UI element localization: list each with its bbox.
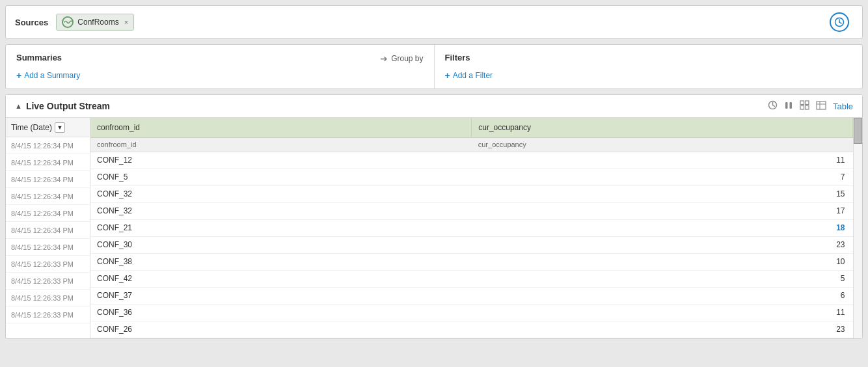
live-output-title-text: Live Output Stream: [26, 101, 110, 111]
col-header-confroom-id: confroom_id: [90, 118, 472, 137]
triangle-icon: ▲: [15, 102, 22, 110]
add-summary-label: Add a Summary: [24, 71, 80, 80]
scrollbar[interactable]: [853, 118, 862, 338]
time-cell: 8/4/15 12:26:34 PM: [6, 239, 90, 256]
cur-occupancy-cell: 6: [472, 287, 853, 304]
group-by-link[interactable]: ➜ Group by: [380, 53, 423, 64]
live-output-title: ▲ Live Output Stream: [15, 101, 110, 111]
clock-small-icon[interactable]: [768, 100, 778, 112]
confroom-id-cell: CONF_32: [90, 202, 472, 219]
header-actions: Table: [768, 100, 853, 112]
table-row: CONF_3810: [90, 253, 853, 270]
add-filter-label: Add a Filter: [453, 71, 493, 80]
time-dropdown[interactable]: ▼: [55, 122, 65, 133]
cur-occupancy-cell: 5: [472, 270, 853, 287]
svg-rect-12: [817, 102, 826, 109]
scroll-track[interactable]: [854, 118, 862, 338]
time-cell: 8/4/15 12:26:33 PM: [6, 290, 90, 306]
sub-col-confroom-id: confroom_id: [90, 137, 472, 152]
data-rows: CONF_1211CONF_57CONF_3215CONF_3217CONF_2…: [90, 152, 853, 338]
plus-icon-filter: +: [445, 70, 450, 81]
table-row: CONF_425: [90, 270, 853, 287]
clock-icon[interactable]: [830, 12, 849, 32]
source-tag-name: ConfRooms: [77, 18, 118, 27]
data-columns: confroom_id cur_occupancy confroom_id cu…: [90, 118, 853, 338]
summaries-panel: Summaries ➜ Group by + Add a Summary: [6, 45, 435, 88]
summary-filter-row: Summaries ➜ Group by + Add a Summary Fil…: [5, 44, 863, 89]
table-row: CONF_2118: [90, 219, 853, 236]
svg-rect-8: [800, 101, 804, 105]
time-column: Time (Date) ▼ 8/4/15 12:26:34 PM8/4/15 1…: [6, 118, 90, 338]
plus-icon: +: [16, 70, 21, 81]
filters-panel: Filters + Add a Filter: [435, 45, 863, 88]
table-row: CONF_3215: [90, 185, 853, 202]
svg-rect-6: [785, 102, 788, 109]
table-row: CONF_2623: [90, 321, 853, 338]
cur-occupancy-cell: 7: [472, 169, 853, 185]
cur-occupancy-cell: 23: [472, 321, 853, 338]
cur-occupancy-cell: 11: [472, 304, 853, 321]
confroom-id-cell: CONF_32: [90, 185, 472, 202]
sub-col-cur-occupancy: cur_occupancy: [472, 137, 853, 152]
cur-occupancy-cell: 10: [472, 253, 853, 270]
time-cell: 8/4/15 12:26:33 PM: [6, 273, 90, 290]
time-header: Time (Date) ▼: [6, 118, 90, 137]
confroom-id-cell: CONF_38: [90, 253, 472, 270]
sub-header-row: confroom_id cur_occupancy: [90, 137, 853, 152]
cur-occupancy-cell: 11: [472, 152, 853, 169]
wave-icon: [62, 16, 74, 28]
svg-line-2: [839, 22, 841, 23]
table-row: CONF_3023: [90, 236, 853, 253]
confroom-id-cell: CONF_37: [90, 287, 472, 304]
time-cell: 8/4/15 12:26:34 PM: [6, 171, 90, 188]
table-row: CONF_3611: [90, 304, 853, 321]
summaries-title: Summaries: [16, 53, 62, 62]
time-rows: 8/4/15 12:26:34 PM8/4/15 12:26:34 PM8/4/…: [6, 137, 90, 323]
time-cell: 8/4/15 12:26:34 PM: [6, 222, 90, 239]
table-row: CONF_57: [90, 169, 853, 185]
cur-occupancy-cell: 17: [472, 202, 853, 219]
sources-panel: Sources ConfRooms ×: [5, 5, 863, 39]
svg-rect-9: [805, 101, 809, 105]
confroom-id-cell: CONF_42: [90, 270, 472, 287]
arrow-right-icon: ➜: [380, 53, 388, 64]
pause-icon[interactable]: [784, 101, 793, 112]
svg-rect-10: [800, 106, 804, 110]
time-cell: 8/4/15 12:26:34 PM: [6, 154, 90, 171]
time-cell: 8/4/15 12:26:33 PM: [6, 306, 90, 323]
svg-rect-7: [789, 102, 792, 109]
scroll-thumb[interactable]: [854, 118, 862, 144]
table-row: CONF_3217: [90, 202, 853, 219]
live-output-panel: ▲ Live Output Stream: [5, 94, 863, 339]
filters-title: Filters: [445, 53, 470, 62]
time-cell: 8/4/15 12:26:33 PM: [6, 256, 90, 273]
live-output-header: ▲ Live Output Stream: [6, 95, 862, 118]
sources-label: Sources: [15, 18, 48, 27]
svg-line-5: [772, 105, 774, 107]
table-view-icon[interactable]: [816, 101, 826, 112]
source-tag-close-button[interactable]: ×: [124, 18, 128, 26]
confroom-id-cell: CONF_21: [90, 219, 472, 236]
add-filter-link[interactable]: + Add a Filter: [445, 70, 493, 81]
add-summary-link[interactable]: + Add a Summary: [16, 70, 80, 81]
confroom-id-cell: CONF_12: [90, 152, 472, 169]
data-table: confroom_id cur_occupancy confroom_id cu…: [90, 118, 853, 338]
cur-occupancy-cell: 18: [472, 219, 853, 236]
grid-icon[interactable]: [800, 100, 809, 112]
table-row: CONF_376: [90, 287, 853, 304]
time-cell: 8/4/15 12:26:34 PM: [6, 205, 90, 222]
main-container: Sources ConfRooms × Summaries: [0, 0, 868, 367]
time-header-label: Time (Date): [11, 123, 52, 132]
group-by-label: Group by: [391, 54, 423, 63]
confroom-id-cell: CONF_30: [90, 236, 472, 253]
table-label[interactable]: Table: [833, 102, 853, 111]
confroom-id-cell: CONF_36: [90, 304, 472, 321]
table-content: Time (Date) ▼ 8/4/15 12:26:34 PM8/4/15 1…: [6, 118, 862, 338]
cur-occupancy-cell: 15: [472, 185, 853, 202]
time-cell: 8/4/15 12:26:34 PM: [6, 188, 90, 205]
source-tag: ConfRooms ×: [56, 14, 134, 31]
svg-rect-11: [805, 106, 809, 110]
table-row: CONF_1211: [90, 152, 853, 169]
time-cell: 8/4/15 12:26:34 PM: [6, 137, 90, 154]
confroom-id-cell: CONF_26: [90, 321, 472, 338]
